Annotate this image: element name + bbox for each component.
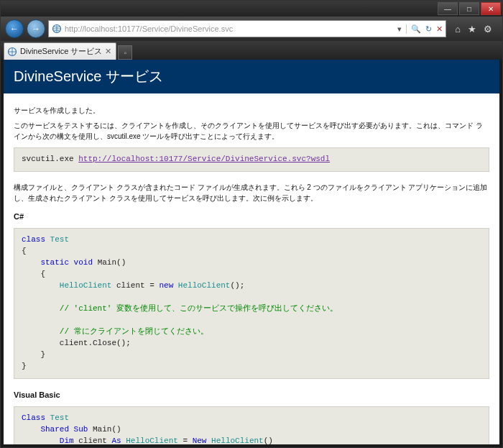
page-favicon: [52, 24, 62, 34]
code-token: =: [178, 436, 193, 444]
close-button[interactable]: ✕: [481, 2, 501, 15]
nav-bar: ← → http://localhost:10177/Service/Divin…: [1, 17, 502, 41]
code-token: Shared: [22, 425, 69, 434]
code-token: HelloClient: [173, 281, 230, 290]
tab-title: DivineService サービス: [20, 46, 102, 57]
minimize-button[interactable]: —: [438, 2, 458, 15]
code-token: Test: [45, 413, 69, 422]
url-text: http://localhost:10177/Service/DivineSer…: [65, 24, 394, 33]
client-files-text: 構成ファイルと、クライアント クラスが含まれたコード ファイルが生成されます。こ…: [14, 182, 489, 204]
code-token: }: [22, 362, 27, 370]
code-token: Sub: [69, 425, 88, 434]
maximize-button[interactable]: □: [459, 2, 479, 15]
test-instructions: このサービスをテストするには、クライアントを作成し、そのクライアントを使用してサ…: [14, 120, 489, 142]
vb-label: Visual Basic: [14, 389, 489, 401]
code-token: Main(): [88, 425, 121, 434]
favorites-icon[interactable]: ★: [468, 24, 476, 35]
address-bar[interactable]: http://localhost:10177/Service/DivineSer…: [48, 20, 446, 37]
code-token: (): [264, 436, 273, 444]
code-token: HelloClient: [22, 281, 111, 290]
settings-gear-icon[interactable]: ⚙: [484, 24, 492, 35]
new-tab-button[interactable]: ▫: [118, 45, 132, 60]
code-token: Main(): [93, 258, 126, 267]
csharp-label: C#: [14, 211, 489, 223]
code-token: static: [22, 258, 69, 267]
code-token: ();: [230, 281, 244, 290]
tab-active[interactable]: DivineService サービス ✕: [4, 42, 116, 60]
code-token: {: [22, 270, 45, 278]
home-icon[interactable]: ⌂: [455, 24, 461, 35]
code-token: HelloClient: [121, 436, 178, 444]
search-icon[interactable]: 🔍: [406, 24, 421, 34]
code-token: Test: [45, 235, 69, 244]
code-token: HelloClient: [206, 436, 263, 444]
refresh-icon[interactable]: ↻: [425, 24, 432, 34]
tab-favicon: [7, 47, 17, 57]
code-comment: // 常にクライアントを閉じてください。: [22, 327, 208, 336]
code-token: Dim: [22, 436, 74, 444]
service-created-text: サービスを作成しました。: [14, 105, 489, 116]
browser-window: — □ ✕ ← → http://localhost:10177/Service…: [0, 0, 503, 448]
code-token: void: [69, 258, 93, 267]
code-token: client: [74, 436, 112, 444]
back-button[interactable]: ←: [5, 19, 24, 38]
code-token: {: [22, 247, 27, 255]
tab-bar: DivineService サービス ✕ ▫: [1, 41, 502, 60]
page-body: DivineService サービス サービスを作成しました。 このサービスをテ…: [4, 60, 499, 444]
code-token: Class: [22, 413, 45, 422]
code-token: As: [111, 436, 121, 444]
page-title: DivineService サービス: [4, 60, 499, 93]
vb-code-box: Class Test Shared Sub Main() Dim client …: [14, 406, 489, 444]
stop-icon[interactable]: ✕: [436, 24, 443, 34]
code-token: }: [22, 350, 45, 359]
code-comment: // 'client' 変数を使用して、このサービスで操作を呼び出してください。: [22, 304, 338, 313]
code-token: client =: [111, 281, 159, 290]
title-bar: — □ ✕: [1, 1, 502, 17]
page-viewport: DivineService サービス サービスを作成しました。 このサービスをテ…: [4, 60, 499, 444]
forward-button[interactable]: →: [27, 19, 45, 38]
code-token: New: [193, 436, 207, 444]
svcutil-command-box: svcutil.exe http://localhost:10177/Servi…: [14, 147, 489, 172]
wsdl-link[interactable]: http://localhost:10177/Service/DivineSer…: [78, 155, 330, 163]
csharp-code-box: class Test { static void Main() { HelloC…: [14, 228, 489, 378]
code-token: new: [159, 281, 173, 290]
tab-close-icon[interactable]: ✕: [105, 47, 111, 56]
code-token: class: [22, 235, 45, 244]
page-content: サービスを作成しました。 このサービスをテストするには、クライアントを作成し、そ…: [4, 93, 499, 444]
url-dropdown-icon[interactable]: ▾: [397, 24, 402, 34]
toolbar-icons: ⌂ ★ ⚙: [449, 24, 498, 35]
svcutil-cmd: svcutil.exe: [22, 155, 78, 163]
code-token: client.Close();: [22, 339, 131, 347]
window-controls: — □ ✕: [438, 2, 502, 15]
address-right: ▾ 🔍 ↻ ✕: [397, 24, 443, 34]
